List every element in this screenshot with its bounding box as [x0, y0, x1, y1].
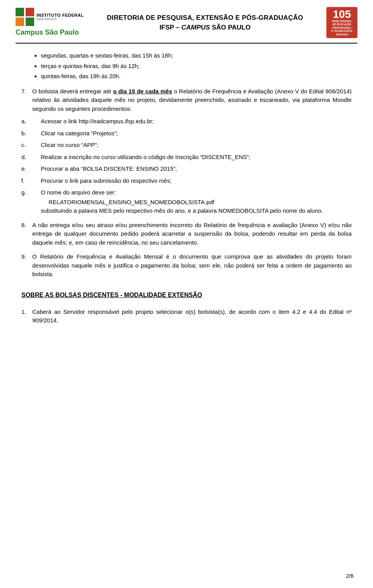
page: INSTITUTO FEDERAL SÃO PAULO Campus São P…	[0, 0, 373, 588]
item-c-text: Clicar no curso “APP”;	[41, 141, 352, 150]
item-1-ext-text: Caberá ao Servidor responsável pelo proj…	[32, 308, 352, 325]
item-7-text: O bolsista deverá entregar até o dia 15 …	[32, 87, 352, 114]
sq-green-2	[26, 18, 34, 26]
sq-red	[26, 8, 34, 16]
logo-right: 105 REDE FEDERAL DE EDUCAÇÃO PROFISSIONA…	[326, 7, 357, 38]
item-1-ext-container: 1. Caberá ao Servidor responsável pelo p…	[21, 308, 352, 325]
item-d-letter: d.	[21, 153, 41, 162]
logo-text-block: INSTITUTO FEDERAL SÃO PAULO	[37, 13, 84, 21]
item-f-text: Procurar o link para submissão do respec…	[41, 177, 352, 186]
bullet-text-3: quintas-feiras, das 19h às 20h.	[41, 73, 120, 79]
logo-sao-paulo: SÃO PAULO	[37, 18, 84, 21]
list-item: f. Procurar o link para submissão do res…	[21, 177, 352, 186]
title-line2: IFSP – CAMPUS SÃO PAULO	[91, 23, 319, 33]
title-line1: DIRETORIA DE PESQUISA, EXTENSÃO E PÓS-GR…	[91, 13, 319, 23]
item-9-text: O Relatório de Frequência e Avaliação Me…	[32, 252, 352, 279]
item-d-text: Realizar a inscrição no curso utilizando…	[41, 153, 352, 162]
list-item: d. Realizar a inscrição no curso utiliza…	[21, 153, 352, 162]
logo-instituto: INSTITUTO FEDERAL	[37, 13, 84, 18]
list-item: c. Clicar no curso “APP”;	[21, 141, 352, 150]
header-title: DIRETORIA DE PESQUISA, EXTENSÃO E PÓS-GR…	[84, 13, 326, 33]
list-item: quintas-feiras, das 19h às 20h.	[41, 72, 352, 81]
logo-105-number: 105	[333, 9, 351, 20]
title-ifsp: IFSP –	[159, 24, 181, 31]
item-9-container: 9. O Relatório de Frequência e Avaliação…	[21, 252, 352, 279]
list-item: b. Clicar na categoria “Projetos”;	[21, 129, 352, 138]
item-8-text: A não entrega e/ou seu atraso e/ou preen…	[32, 221, 352, 247]
ifsp-logo: INSTITUTO FEDERAL SÃO PAULO	[16, 8, 84, 26]
bullet-text-2: terças e quintas-feiras, das 9h às 12h;	[41, 63, 139, 69]
logo-105-block: 105 REDE FEDERAL DE EDUCAÇÃO PROFISSIONA…	[326, 7, 357, 38]
item-b-letter: b.	[21, 129, 41, 138]
item-8-container: 8. A não entrega e/ou seu atraso e/ou pr…	[21, 221, 352, 247]
content: segundas, quartas e sextas-feiras, das 1…	[0, 44, 373, 338]
logo-105-text: REDE FEDERAL DE EDUCAÇÃO PROFISSIONAL E …	[331, 20, 352, 36]
item-7-container: 7. O bolsista deverá entregar até o dia …	[21, 87, 352, 114]
item-8-num: 8.	[21, 221, 32, 230]
bullet-list: segundas, quartas e sextas-feiras, das 1…	[21, 51, 352, 81]
item-7-intro: O bolsista deverá entregar até	[32, 88, 113, 94]
item-c-letter: c.	[21, 141, 41, 150]
item-e-text: Procurar a aba “BOLSA DISCENTE: ENSINO 2…	[41, 164, 352, 173]
logo-campus-sp: Campus São Paulo	[16, 27, 79, 38]
sq-green-1	[16, 8, 24, 16]
list-item: terças e quintas-feiras, das 9h às 12h;	[41, 62, 352, 71]
bullet-text-1: segundas, quartas e sextas-feiras, das 1…	[41, 52, 173, 59]
item-f-letter: f.	[21, 177, 41, 186]
list-item: g. O nome do arquivo deve ser: RELATORIO…	[21, 188, 352, 215]
item-7-num: 7.	[21, 87, 32, 96]
item-7-date: o dia 15 de cada mês	[113, 88, 172, 94]
item-e-letter: e.	[21, 164, 41, 173]
item-b-text: Clicar na categoria “Projetos”;	[41, 129, 352, 138]
list-item: segundas, quartas e sextas-feiras, das 1…	[41, 51, 352, 60]
item-g-main: O nome do arquivo deve ser:	[41, 189, 116, 196]
sq-orange	[16, 18, 24, 26]
item-g-filename: RELATORIOMENSAL_ENSINO_MES_NOMEDOBOLSIST…	[41, 198, 352, 207]
alpha-list: a. Acessar o link http://eadcampus.ifsp.…	[21, 117, 352, 215]
item-1-ext-num: 1.	[21, 308, 32, 317]
section-heading: SOBRE AS BOLSAS DISCENTES - MODALIDADE E…	[21, 290, 352, 300]
logo-left: INSTITUTO FEDERAL SÃO PAULO Campus São P…	[16, 8, 84, 38]
item-g-rest: substituindo a palavra MES pelo respecti…	[41, 207, 323, 214]
header: INSTITUTO FEDERAL SÃO PAULO Campus São P…	[0, 0, 373, 43]
item-g-letter: g.	[21, 188, 41, 197]
list-item: e. Procurar a aba “BOLSA DISCENTE: ENSIN…	[21, 164, 352, 173]
title-sao-paulo: SÃO PAULO	[210, 24, 251, 31]
logo-squares	[16, 8, 34, 26]
item-g-text: O nome do arquivo deve ser: RELATORIOMEN…	[41, 188, 352, 215]
item-a-text: Acessar o link http://eadcampus.ifsp.edu…	[41, 117, 352, 126]
item-9-num: 9.	[21, 252, 32, 261]
list-item: a. Acessar o link http://eadcampus.ifsp.…	[21, 117, 352, 126]
page-number: 2/6	[346, 572, 354, 580]
title-campus-italic: CAMPUS	[181, 24, 210, 31]
item-a-letter: a.	[21, 117, 41, 126]
